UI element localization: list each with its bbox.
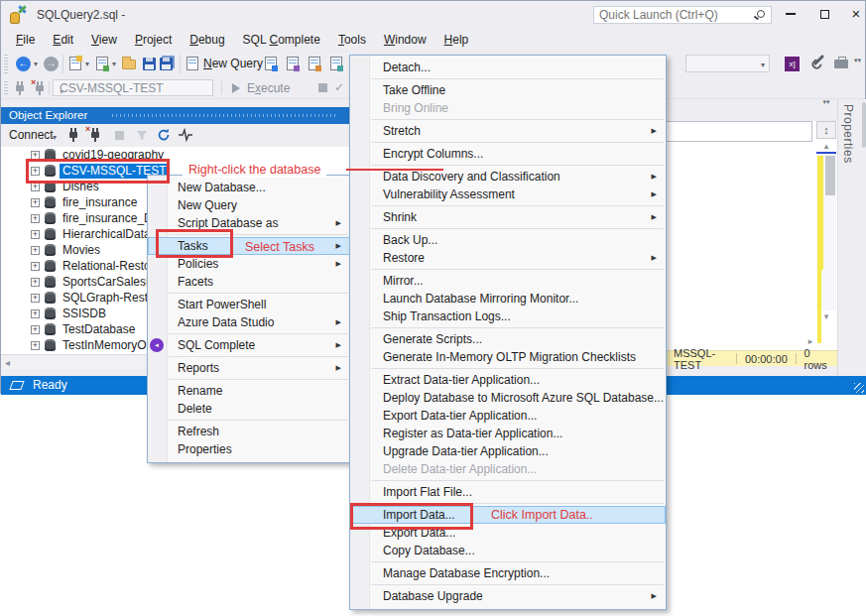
quick-launch-box[interactable]: [593, 6, 772, 24]
expand-icon[interactable]: +: [31, 341, 40, 350]
execute-play-icon[interactable]: [232, 83, 240, 93]
toolbar-overflow-icon[interactable]: ▾▾: [854, 57, 861, 63]
connect-plug-icon[interactable]: [66, 127, 82, 143]
menu-tools[interactable]: Tools: [329, 29, 375, 51]
expand-icon[interactable]: +: [31, 325, 40, 334]
new-project-caret-icon[interactable]: ▾: [85, 60, 89, 68]
navigate-forward-icon[interactable]: →: [44, 57, 59, 71]
menu-item-new-database[interactable]: New Database...: [148, 179, 350, 196]
expand-icon[interactable]: +: [31, 278, 40, 287]
menu-item-bring-online[interactable]: Bring Online: [350, 99, 666, 117]
wrench-icon[interactable]: [813, 55, 824, 65]
toolbar-combo[interactable]: ▾: [685, 55, 770, 72]
menu-item-upgrade-data-tier-application[interactable]: Upgrade Data-tier Application...: [350, 442, 666, 460]
back-dropdown-caret-icon[interactable]: ▾: [34, 60, 38, 68]
menu-item-detach[interactable]: Detach...: [350, 59, 666, 76]
add-item-caret-icon[interactable]: ▾: [112, 60, 116, 68]
menu-item-back-up[interactable]: Back Up...: [350, 231, 666, 249]
menu-window[interactable]: Window: [375, 29, 435, 51]
menu-view[interactable]: View: [82, 29, 126, 51]
menu-item-vulnerability-assessment[interactable]: Vulnerability Assessment▶: [350, 185, 666, 203]
expand-icon[interactable]: +: [31, 198, 40, 207]
menu-item-manage-database-encryption[interactable]: Manage Database Encryption...: [350, 564, 666, 582]
navigate-back-icon[interactable]: ←: [16, 57, 31, 71]
menu-item-sql-complete[interactable]: ◄SQL Complete▶: [148, 336, 350, 354]
dmx-query-icon[interactable]: [309, 57, 320, 70]
open-file-icon[interactable]: [122, 60, 136, 69]
menu-item-import-flat-file[interactable]: Import Flat File...: [350, 483, 666, 501]
menu-item-generate-in-memory-oltp-migration-checklists[interactable]: Generate In-Memory OLTP Migration Checkl…: [350, 348, 666, 366]
menu-edit[interactable]: Edit: [44, 29, 82, 51]
menu-item-stretch[interactable]: Stretch▶: [350, 122, 666, 140]
menu-sql-complete[interactable]: SQL Complete: [234, 29, 329, 51]
menu-item-azure-data-studio[interactable]: Azure Data Studio▶: [148, 313, 350, 331]
menu-item-extract-data-tier-application[interactable]: Extract Data-tier Application...: [350, 371, 666, 389]
scroll-right-icon[interactable]: ▸: [801, 336, 820, 346]
new-query-icon[interactable]: [186, 57, 198, 70]
activity-monitor-icon[interactable]: [178, 127, 193, 143]
resize-grip[interactable]: [854, 383, 864, 393]
database-engine-query-icon[interactable]: [265, 57, 277, 70]
menu-item-launch-database-mirroring-monitor[interactable]: Launch Database Mirroring Monitor...: [350, 290, 666, 308]
menu-item-mirror[interactable]: Mirror...: [350, 272, 666, 290]
menu-item-new-query[interactable]: New Query: [148, 196, 350, 214]
add-item-icon[interactable]: [96, 57, 108, 70]
menu-item-facets[interactable]: Facets: [148, 273, 350, 291]
menu-item-delete[interactable]: Delete: [148, 400, 350, 418]
menu-item-generate-scripts[interactable]: Generate Scripts...: [350, 330, 666, 348]
menu-item-shrink[interactable]: Shrink▶: [350, 208, 666, 226]
menu-item-start-powershell[interactable]: Start PowerShell: [148, 296, 350, 313]
expand-icon[interactable]: +: [31, 294, 40, 303]
collapse-chevrons-icon[interactable]: ▾▾: [818, 99, 834, 105]
xmla-query-icon[interactable]: [330, 57, 342, 70]
refresh-icon[interactable]: [156, 127, 172, 143]
scroll-up-icon[interactable]: ▴: [816, 141, 836, 151]
scrollbar-thumb[interactable]: [825, 156, 835, 195]
connect-button[interactable]: Connect: [9, 124, 54, 147]
save-all-icon[interactable]: [160, 58, 173, 70]
menu-item-copy-database[interactable]: Copy Database...: [350, 542, 666, 559]
toolbar-grip[interactable]: [4, 55, 8, 73]
toolbar-grip[interactable]: [4, 81, 8, 94]
filter-icon[interactable]: [134, 127, 150, 143]
menu-item-encrypt-columns[interactable]: Encrypt Columns...: [350, 145, 666, 163]
save-icon[interactable]: [143, 58, 156, 70]
menu-debug[interactable]: Debug: [181, 29, 233, 51]
close-button[interactable]: ×: [843, 5, 866, 25]
quick-launch-input[interactable]: [599, 7, 743, 23]
expand-icon[interactable]: +: [31, 309, 40, 318]
object-explorer-header[interactable]: Object Explorer: [1, 107, 350, 124]
stop-icon[interactable]: [112, 127, 128, 143]
disconnect-plug-icon[interactable]: ×: [88, 127, 104, 143]
execute-button[interactable]: Execute: [247, 77, 290, 99]
expand-icon[interactable]: +: [31, 230, 40, 239]
menu-item-ship-transaction-logs[interactable]: Ship Transaction Logs...: [350, 308, 666, 325]
stop-icon[interactable]: [318, 83, 327, 92]
expand-icon[interactable]: +: [31, 214, 40, 223]
expand-icon[interactable]: +: [31, 262, 40, 271]
menu-file[interactable]: File: [7, 29, 44, 51]
mdx-query-icon[interactable]: [287, 57, 299, 70]
menu-item-database-upgrade[interactable]: Database Upgrade▶: [350, 587, 666, 605]
menu-item-reports[interactable]: Reports▶: [148, 359, 350, 377]
minimize-button[interactable]: [778, 5, 804, 25]
menu-item-deploy-database-to-microsoft-azure-sql-database[interactable]: Deploy Database to Microsoft Azure SQL D…: [350, 389, 666, 407]
connect-caret-icon[interactable]: ▾: [53, 133, 57, 142]
scroll-left-icon[interactable]: ◂: [5, 357, 10, 368]
splitter-icon[interactable]: ↕: [816, 121, 836, 139]
menu-item-take-offline[interactable]: Take Offline: [350, 81, 666, 99]
change-connection-icon[interactable]: [13, 80, 27, 96]
right-scrollbar-thumb[interactable]: [862, 102, 866, 148]
menu-item-delete-data-tier-application[interactable]: Delete Data-tier Application...: [350, 460, 666, 478]
disconnect-icon[interactable]: ×: [33, 80, 47, 96]
scroll-down-icon[interactable]: ▾: [816, 311, 836, 321]
new-project-icon[interactable]: [69, 57, 81, 70]
available-databases-combo[interactable]: CSV-MSSQL-TEST ▾: [53, 79, 213, 96]
menu-item-refresh[interactable]: Refresh: [148, 423, 350, 440]
menu-item-restore[interactable]: Restore▶: [350, 249, 666, 267]
maximize-button[interactable]: [811, 5, 837, 25]
menu-item-export-data-tier-application[interactable]: Export Data-tier Application...: [350, 407, 666, 425]
parse-check-icon[interactable]: ✓: [334, 80, 344, 94]
expand-icon[interactable]: +: [31, 246, 40, 255]
menu-help[interactable]: Help: [435, 29, 478, 51]
